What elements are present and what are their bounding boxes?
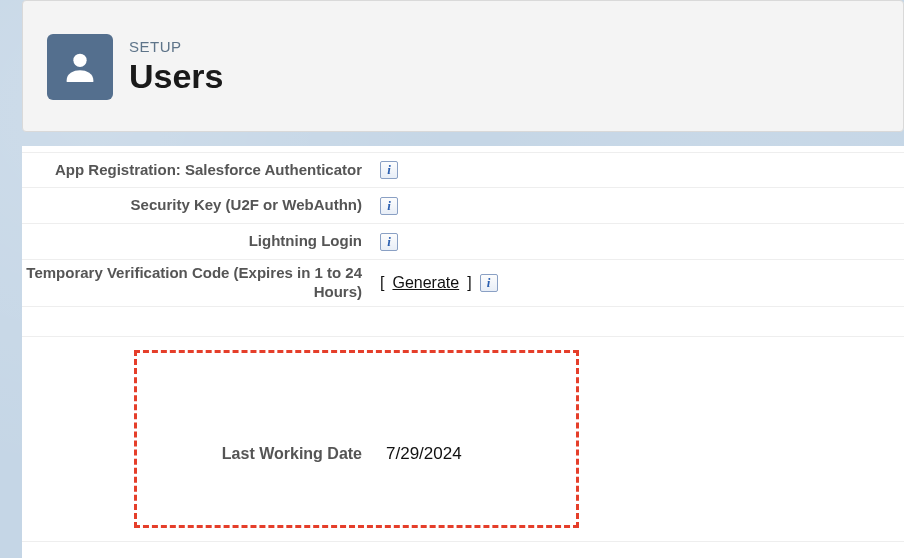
user-detail-panel: App Registration: Salesforce Authenticat… xyxy=(22,146,904,558)
field-security-key: Security Key (U2F or WebAuthn) i xyxy=(22,188,904,224)
field-lightning-login: Lightning Login i xyxy=(22,224,904,260)
header-text: SETUP Users xyxy=(129,38,224,96)
field-label: App Registration: Salesforce Authenticat… xyxy=(22,161,376,180)
field-last-working-date: Last Working Date 7/29/2024 xyxy=(22,444,904,464)
user-icon-svg xyxy=(60,47,100,87)
setup-label: SETUP xyxy=(129,38,224,55)
field-label: Security Key (U2F or WebAuthn) xyxy=(22,196,376,215)
divider xyxy=(22,336,904,337)
highlight-annotation xyxy=(134,350,579,528)
user-icon xyxy=(47,34,113,100)
last-working-date-label: Last Working Date xyxy=(22,445,376,463)
field-label: Temporary Verification Code (Expires in … xyxy=(22,264,376,302)
field-temp-verification-code: Temporary Verification Code (Expires in … xyxy=(22,260,904,307)
divider xyxy=(22,541,904,542)
info-icon[interactable]: i xyxy=(380,161,398,179)
bracket-close: ] xyxy=(467,274,471,292)
page-title: Users xyxy=(129,57,224,96)
info-icon[interactable]: i xyxy=(380,197,398,215)
field-label: Lightning Login xyxy=(22,232,376,251)
info-icon[interactable]: i xyxy=(380,233,398,251)
last-working-date-value: 7/29/2024 xyxy=(376,444,462,464)
bracket-open: [ xyxy=(380,274,384,292)
svg-point-0 xyxy=(73,54,86,67)
info-icon[interactable]: i xyxy=(480,274,498,292)
field-app-registration: App Registration: Salesforce Authenticat… xyxy=(22,152,904,188)
generate-link[interactable]: Generate xyxy=(392,274,459,292)
setup-header: SETUP Users xyxy=(22,0,904,132)
